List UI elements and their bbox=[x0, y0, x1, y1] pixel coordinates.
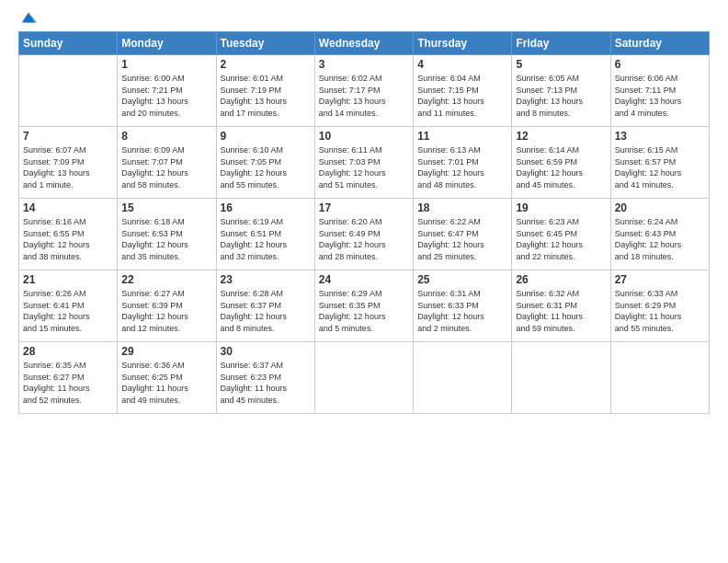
day-number: 25 bbox=[417, 273, 507, 286]
day-number: 11 bbox=[417, 130, 507, 143]
calendar-cell: 15Sunrise: 6:18 AM Sunset: 6:53 PM Dayli… bbox=[118, 199, 216, 270]
day-info: Sunrise: 6:06 AM Sunset: 7:11 PM Dayligh… bbox=[615, 73, 705, 119]
calendar-cell: 7Sunrise: 6:07 AM Sunset: 7:09 PM Daylig… bbox=[19, 127, 118, 199]
calendar-cell: 18Sunrise: 6:22 AM Sunset: 6:47 PM Dayli… bbox=[414, 199, 512, 270]
day-number: 4 bbox=[417, 58, 507, 71]
logo bbox=[18, 17, 37, 26]
logo-text bbox=[18, 17, 37, 26]
day-info: Sunrise: 6:16 AM Sunset: 6:55 PM Dayligh… bbox=[23, 216, 113, 262]
header bbox=[18, 17, 710, 26]
day-info: Sunrise: 6:11 AM Sunset: 7:03 PM Dayligh… bbox=[319, 144, 409, 190]
calendar-cell: 13Sunrise: 6:15 AM Sunset: 6:57 PM Dayli… bbox=[610, 127, 709, 199]
calendar-cell: 20Sunrise: 6:24 AM Sunset: 6:43 PM Dayli… bbox=[610, 199, 709, 270]
calendar-week-5: 28Sunrise: 6:35 AM Sunset: 6:27 PM Dayli… bbox=[19, 342, 710, 414]
day-number: 3 bbox=[319, 58, 409, 71]
calendar-cell bbox=[414, 342, 512, 414]
calendar-cell: 19Sunrise: 6:23 AM Sunset: 6:45 PM Dayli… bbox=[512, 199, 610, 270]
calendar-cell: 22Sunrise: 6:27 AM Sunset: 6:39 PM Dayli… bbox=[118, 270, 216, 342]
calendar-cell: 17Sunrise: 6:20 AM Sunset: 6:49 PM Dayli… bbox=[314, 199, 413, 270]
calendar-week-3: 14Sunrise: 6:16 AM Sunset: 6:55 PM Dayli… bbox=[19, 199, 710, 270]
calendar-cell bbox=[610, 342, 709, 414]
calendar-cell: 11Sunrise: 6:13 AM Sunset: 7:01 PM Dayli… bbox=[414, 127, 512, 199]
day-info: Sunrise: 6:29 AM Sunset: 6:35 PM Dayligh… bbox=[319, 288, 409, 334]
calendar-cell: 6Sunrise: 6:06 AM Sunset: 7:11 PM Daylig… bbox=[610, 55, 709, 127]
calendar-body: 1Sunrise: 6:00 AM Sunset: 7:21 PM Daylig… bbox=[19, 55, 710, 414]
calendar-cell: 1Sunrise: 6:00 AM Sunset: 7:21 PM Daylig… bbox=[118, 55, 216, 127]
day-info: Sunrise: 6:13 AM Sunset: 7:01 PM Dayligh… bbox=[417, 144, 507, 190]
day-number: 6 bbox=[615, 58, 705, 71]
calendar-cell: 3Sunrise: 6:02 AM Sunset: 7:17 PM Daylig… bbox=[314, 55, 413, 127]
day-info: Sunrise: 6:36 AM Sunset: 6:25 PM Dayligh… bbox=[121, 360, 211, 406]
day-number: 26 bbox=[516, 273, 606, 286]
calendar-cell: 26Sunrise: 6:32 AM Sunset: 6:31 PM Dayli… bbox=[512, 270, 610, 342]
day-number: 16 bbox=[221, 201, 311, 214]
calendar-cell: 12Sunrise: 6:14 AM Sunset: 6:59 PM Dayli… bbox=[512, 127, 610, 199]
day-info: Sunrise: 6:04 AM Sunset: 7:15 PM Dayligh… bbox=[417, 73, 507, 119]
day-info: Sunrise: 6:14 AM Sunset: 6:59 PM Dayligh… bbox=[516, 144, 606, 190]
weekday-header-wednesday: Wednesday bbox=[314, 32, 413, 55]
weekday-header-friday: Friday bbox=[512, 32, 610, 55]
day-info: Sunrise: 6:09 AM Sunset: 7:07 PM Dayligh… bbox=[121, 144, 211, 190]
day-number: 24 bbox=[319, 273, 409, 286]
day-number: 19 bbox=[516, 201, 606, 214]
day-info: Sunrise: 6:28 AM Sunset: 6:37 PM Dayligh… bbox=[221, 288, 311, 334]
calendar-cell: 8Sunrise: 6:09 AM Sunset: 7:07 PM Daylig… bbox=[118, 127, 216, 199]
calendar-cell: 2Sunrise: 6:01 AM Sunset: 7:19 PM Daylig… bbox=[216, 55, 314, 127]
calendar-cell bbox=[512, 342, 610, 414]
day-number: 17 bbox=[319, 201, 409, 214]
calendar-cell: 29Sunrise: 6:36 AM Sunset: 6:25 PM Dayli… bbox=[118, 342, 216, 414]
day-info: Sunrise: 6:27 AM Sunset: 6:39 PM Dayligh… bbox=[121, 288, 211, 334]
day-number: 30 bbox=[221, 345, 311, 358]
day-number: 14 bbox=[23, 201, 113, 214]
day-number: 28 bbox=[23, 345, 113, 358]
calendar-cell bbox=[314, 342, 413, 414]
day-number: 23 bbox=[221, 273, 311, 286]
calendar-cell: 16Sunrise: 6:19 AM Sunset: 6:51 PM Dayli… bbox=[216, 199, 314, 270]
calendar-cell: 21Sunrise: 6:26 AM Sunset: 6:41 PM Dayli… bbox=[19, 270, 118, 342]
day-number: 8 bbox=[121, 130, 211, 143]
day-number: 12 bbox=[516, 130, 606, 143]
day-number: 7 bbox=[23, 130, 113, 143]
calendar-cell: 28Sunrise: 6:35 AM Sunset: 6:27 PM Dayli… bbox=[19, 342, 118, 414]
day-info: Sunrise: 6:35 AM Sunset: 6:27 PM Dayligh… bbox=[23, 360, 113, 406]
day-info: Sunrise: 6:31 AM Sunset: 6:33 PM Dayligh… bbox=[417, 288, 507, 334]
day-number: 13 bbox=[615, 130, 705, 143]
calendar-week-2: 7Sunrise: 6:07 AM Sunset: 7:09 PM Daylig… bbox=[19, 127, 710, 199]
day-info: Sunrise: 6:24 AM Sunset: 6:43 PM Dayligh… bbox=[615, 216, 705, 262]
day-number: 21 bbox=[23, 273, 113, 286]
calendar-cell bbox=[19, 55, 118, 127]
calendar-cell: 9Sunrise: 6:10 AM Sunset: 7:05 PM Daylig… bbox=[216, 127, 314, 199]
calendar-cell: 24Sunrise: 6:29 AM Sunset: 6:35 PM Dayli… bbox=[314, 270, 413, 342]
day-info: Sunrise: 6:18 AM Sunset: 6:53 PM Dayligh… bbox=[121, 216, 211, 262]
day-info: Sunrise: 6:02 AM Sunset: 7:17 PM Dayligh… bbox=[319, 73, 409, 119]
calendar-week-1: 1Sunrise: 6:00 AM Sunset: 7:21 PM Daylig… bbox=[19, 55, 710, 127]
weekday-header-sunday: Sunday bbox=[19, 32, 118, 55]
calendar-cell: 4Sunrise: 6:04 AM Sunset: 7:15 PM Daylig… bbox=[414, 55, 512, 127]
weekday-header-monday: Monday bbox=[118, 32, 216, 55]
calendar-cell: 5Sunrise: 6:05 AM Sunset: 7:13 PM Daylig… bbox=[512, 55, 610, 127]
day-number: 22 bbox=[121, 273, 211, 286]
weekday-header-thursday: Thursday bbox=[414, 32, 512, 55]
day-info: Sunrise: 6:10 AM Sunset: 7:05 PM Dayligh… bbox=[221, 144, 311, 190]
day-number: 9 bbox=[221, 130, 311, 143]
calendar-week-4: 21Sunrise: 6:26 AM Sunset: 6:41 PM Dayli… bbox=[19, 270, 710, 342]
logo-icon bbox=[20, 9, 37, 26]
day-info: Sunrise: 6:22 AM Sunset: 6:47 PM Dayligh… bbox=[417, 216, 507, 262]
calendar-cell: 10Sunrise: 6:11 AM Sunset: 7:03 PM Dayli… bbox=[314, 127, 413, 199]
weekday-header-tuesday: Tuesday bbox=[216, 32, 314, 55]
day-number: 5 bbox=[516, 58, 606, 71]
day-number: 27 bbox=[615, 273, 705, 286]
calendar-cell: 14Sunrise: 6:16 AM Sunset: 6:55 PM Dayli… bbox=[19, 199, 118, 270]
day-number: 1 bbox=[121, 58, 211, 71]
day-number: 2 bbox=[221, 58, 311, 71]
calendar-cell: 30Sunrise: 6:37 AM Sunset: 6:23 PM Dayli… bbox=[216, 342, 314, 414]
day-number: 15 bbox=[121, 201, 211, 214]
day-info: Sunrise: 6:32 AM Sunset: 6:31 PM Dayligh… bbox=[516, 288, 606, 334]
day-number: 29 bbox=[121, 345, 211, 358]
day-info: Sunrise: 6:07 AM Sunset: 7:09 PM Dayligh… bbox=[23, 144, 113, 190]
day-info: Sunrise: 6:00 AM Sunset: 7:21 PM Dayligh… bbox=[121, 73, 211, 119]
day-info: Sunrise: 6:37 AM Sunset: 6:23 PM Dayligh… bbox=[221, 360, 311, 406]
day-info: Sunrise: 6:01 AM Sunset: 7:19 PM Dayligh… bbox=[221, 73, 311, 119]
calendar-cell: 27Sunrise: 6:33 AM Sunset: 6:29 PM Dayli… bbox=[610, 270, 709, 342]
day-info: Sunrise: 6:05 AM Sunset: 7:13 PM Dayligh… bbox=[516, 73, 606, 119]
